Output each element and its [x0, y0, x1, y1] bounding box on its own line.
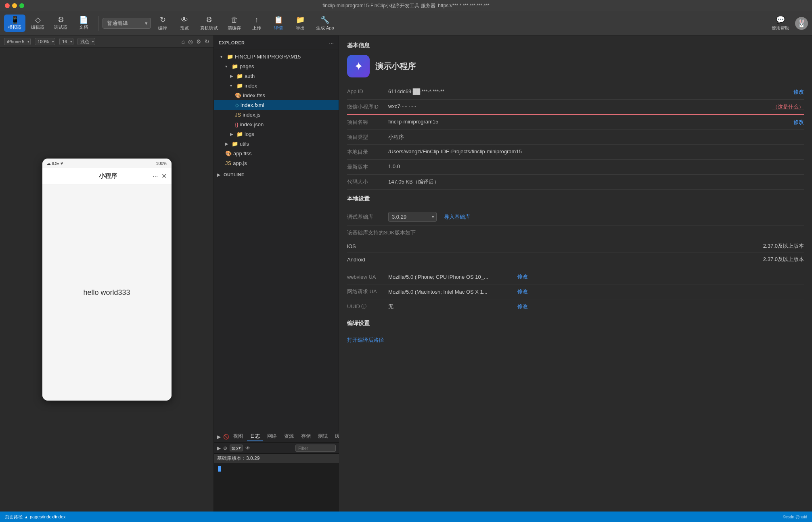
tree-logs[interactable]: ▶ 📁 logs — [214, 129, 339, 139]
uuid-edit-link[interactable]: 修改 — [517, 303, 528, 310]
preview-button[interactable]: 👁 预览 — [174, 14, 195, 33]
refresh-icon[interactable]: ↻ — [205, 38, 209, 45]
basic-info-title: 基本信息 — [347, 42, 804, 49]
debug-level-select[interactable]: top ▾ — [230, 445, 243, 451]
clear-cache-icon: 🗑 — [231, 16, 238, 24]
generate-app-button[interactable]: 🔧 生成 App — [312, 14, 338, 33]
network-ua-edit-link[interactable]: 修改 — [517, 288, 528, 295]
outline-header[interactable]: ▶ OUTLINE — [214, 170, 339, 180]
tree-index-js[interactable]: JS index.js — [214, 110, 339, 119]
simulator-button[interactable]: 📱 模拟器 — [4, 15, 25, 32]
status-path-item: 页面路径 ▲ pages/index/index — [5, 514, 66, 520]
tree-utils[interactable]: ▶ 📁 utils — [214, 139, 339, 148]
debugger-button[interactable]: ⚙ 调试器 — [50, 15, 71, 32]
clear-cache-button[interactable]: 🗑 清缓存 — [224, 14, 245, 33]
debug-clear-btn[interactable]: 🚫 — [223, 434, 229, 440]
debug-toolbar-stop[interactable]: ⊘ — [223, 445, 227, 451]
debug-tab-resource[interactable]: 资源 — [281, 432, 297, 441]
app-id-edit-link[interactable]: 修改 — [793, 88, 804, 96]
root-folder-icon: 📁 — [227, 54, 233, 60]
project-type-label: 项目类型 — [347, 134, 383, 141]
tree-auth[interactable]: ▶ 📁 auth — [214, 71, 339, 81]
debug-version-line: 基础库版本：3.0.29 — [214, 454, 339, 463]
clear-cache-label: 清缓存 — [228, 25, 241, 31]
real-debug-icon: ⚙ — [206, 15, 212, 24]
debug-filter-input[interactable] — [295, 445, 336, 452]
root-label: FINCLIP-MINIPROGRAM15 — [235, 54, 301, 60]
project-name-label: 项目名称 — [347, 119, 383, 126]
auth-arrow: ▶ — [230, 74, 235, 78]
help-button[interactable]: 💬 使用帮助 — [768, 14, 793, 33]
debug-tab-view[interactable]: 视图 — [230, 432, 246, 441]
tree-index-ftss[interactable]: 🎨 index.ftss — [214, 90, 339, 100]
debug-tab-more[interactable]: 缓 — [332, 432, 339, 441]
network-ua-label: 网络请求 UA — [347, 288, 383, 295]
root-arrow: ▾ — [220, 54, 225, 59]
theme-select[interactable]: 浅色 — [77, 38, 95, 45]
phone-nav-close-icon[interactable]: ✕ — [161, 172, 167, 180]
utils-label: utils — [240, 141, 249, 147]
debug-toolbar-toggle[interactable]: ▶ — [217, 445, 221, 451]
project-name-row: 项目名称 finclip-miniprogram15 修改 — [347, 115, 804, 130]
debug-toolbar: ▶ ⊘ top ▾ 👁 — [214, 443, 339, 454]
simulator-panel: iPhone 5 100% 16 浅色 ⌂ ◎ ⚙ — [0, 35, 214, 512]
close-button[interactable] — [5, 3, 10, 8]
compile-label: 编译 — [158, 25, 167, 31]
compile-mode-select[interactable]: 普通编译 — [103, 18, 151, 29]
export-button[interactable]: 📁 导出 — [290, 14, 310, 33]
debug-toolbar-eye[interactable]: 👁 — [245, 445, 250, 451]
preview-icon: 👁 — [181, 16, 188, 24]
sdk-info-section: 该基础库支持的SDK版本如下 iOS 2.37.0及以上版本 Android 2… — [347, 226, 804, 269]
editor-button[interactable]: ◇ 编辑器 — [27, 15, 48, 32]
debug-lib-select[interactable]: 3.0.29 — [388, 212, 437, 222]
debug-level-arrow: ▾ — [239, 445, 241, 451]
webview-ua-value: Mozilla/5.0 (iPhone; CPU iPhone OS 10_..… — [388, 274, 509, 280]
project-name-edit-link[interactable]: 修改 — [793, 119, 804, 126]
index-folder-arrow: ▾ — [230, 84, 235, 88]
tree-index-fxml[interactable]: ◇ index.fxml — [214, 100, 339, 110]
compile-path-link[interactable]: 打开编译后路径 — [347, 336, 384, 344]
fontsize-select[interactable]: 16 — [59, 38, 73, 45]
pages-folder-icon: 📁 — [232, 63, 238, 69]
settings-icon[interactable]: ⚙ — [196, 38, 201, 45]
user-avatar[interactable]: 🐰 — [795, 17, 808, 30]
zoom-select[interactable]: 100% — [35, 38, 55, 45]
location-icon[interactable]: ◎ — [188, 38, 193, 45]
tree-index-json[interactable]: {} index.json — [214, 119, 339, 129]
webview-ua-edit-link[interactable]: 修改 — [517, 273, 528, 280]
docs-button[interactable]: 📄 文档 — [73, 15, 94, 32]
code-size-label: 代码大小 — [347, 178, 383, 186]
debug-tab-test[interactable]: 测试 — [315, 432, 331, 441]
tree-app-ftss[interactable]: 🎨 app.ftss — [214, 148, 339, 158]
debug-panel-toggle[interactable]: ▶ — [217, 434, 221, 440]
compile-button[interactable]: ↻ 编译 — [153, 14, 173, 33]
phone-battery: 100% — [156, 161, 167, 166]
details-button[interactable]: 📋 详情 — [268, 14, 289, 33]
tree-root[interactable]: ▾ 📁 FINCLIP-MINIPROGRAM15 — [214, 52, 339, 61]
tree-pages[interactable]: ▾ 📁 pages — [214, 61, 339, 71]
simulator-icon: 📱 — [10, 16, 19, 23]
maximize-button[interactable] — [19, 3, 24, 8]
wechat-id-link[interactable]: （这是什么） — [772, 103, 804, 111]
latest-ver-value: 1.0.0 — [388, 163, 804, 169]
upload-button[interactable]: ↑ 上传 — [247, 14, 267, 33]
new-file-icon[interactable]: ··· — [329, 40, 334, 46]
pages-arrow: ▾ — [225, 64, 230, 69]
import-lib-link[interactable]: 导入基础库 — [444, 213, 470, 221]
real-debug-button[interactable]: ⚙ 真机调试 — [196, 14, 222, 33]
logs-arrow: ▶ — [230, 132, 235, 136]
device-select[interactable]: iPhone 5 — [4, 38, 31, 45]
phone-nav-more-icon[interactable]: ··· — [153, 173, 158, 180]
debug-tab-log[interactable]: 日志 — [247, 432, 263, 441]
debug-tab-network[interactable]: 网络 — [264, 432, 280, 441]
ios-sdk-row: iOS 2.37.0及以上版本 — [347, 240, 804, 253]
tree-index-folder[interactable]: ▾ 📁 index — [214, 81, 339, 90]
local-dir-row: 本地目录 /Users/wangzi/FinClip-IDE-Projects/… — [347, 145, 804, 160]
app-icon: ✦ — [347, 55, 370, 77]
tree-app-js[interactable]: JS app.js — [214, 158, 339, 168]
phone-body-text: hello world333 — [83, 288, 130, 297]
home-icon[interactable]: ⌂ — [182, 38, 185, 45]
debug-tab-storage[interactable]: 存储 — [298, 432, 314, 441]
minimize-button[interactable] — [12, 3, 17, 8]
main-content: iPhone 5 100% 16 浅色 ⌂ ◎ ⚙ — [0, 35, 812, 512]
